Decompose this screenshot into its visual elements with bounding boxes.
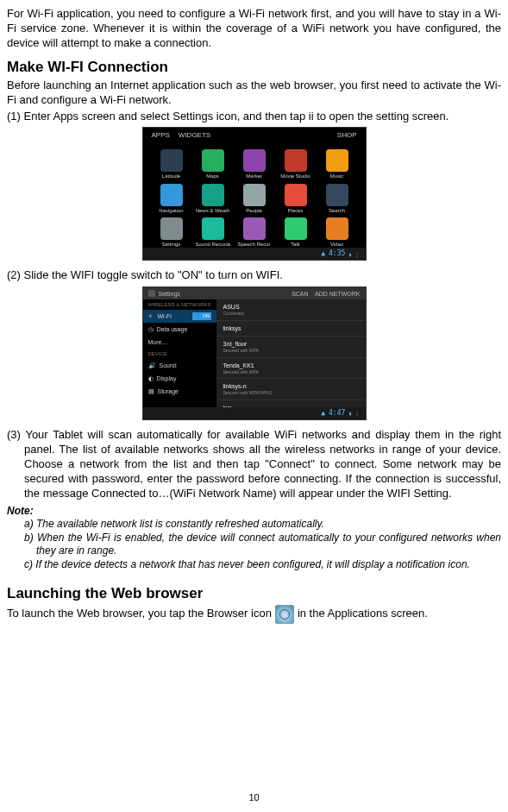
screenshot-1-wrap: APPS WIDGETS SHOP LatitudeMapsMarketMovi… bbox=[7, 127, 501, 265]
app-label: Market bbox=[237, 173, 272, 180]
note-b: b) When the Wi-Fi is enabled, the device… bbox=[24, 532, 501, 558]
network-name: 3rd_floor bbox=[223, 340, 359, 348]
app-icon bbox=[285, 149, 307, 172]
app-label: News & Weath bbox=[196, 208, 230, 215]
app-item: Settings bbox=[154, 217, 189, 249]
storage-label: Storage bbox=[158, 387, 179, 395]
app-item: Places bbox=[279, 184, 313, 215]
wireless-section-label: WIRELESS & NETWORKS bbox=[143, 299, 216, 310]
wifi-label: Wi-Fi bbox=[158, 312, 172, 320]
app-item: Latitude bbox=[154, 149, 189, 180]
scan-link: SCAN bbox=[292, 291, 308, 297]
intro-paragraph: For Wi-Fi application, you need to confi… bbox=[7, 7, 501, 51]
app-item: Music bbox=[320, 149, 354, 180]
network-item: linksys-nSecured with WPA/WPA2 bbox=[216, 379, 366, 400]
device-section-label: DEVICE bbox=[143, 349, 216, 359]
status-icons-2: ▮ ⋮ bbox=[348, 410, 360, 417]
network-name: Tenda_KK1 bbox=[223, 362, 359, 369]
network-sub: Secured with WPA bbox=[223, 369, 359, 375]
wifi-toggle: ON bbox=[192, 312, 211, 320]
network-item: Tenda_KK1Secured with WPA bbox=[216, 358, 366, 380]
wifi-signal-icon-2: ▲ bbox=[321, 409, 325, 418]
app-item: Search bbox=[320, 184, 354, 215]
network-name: ASUS bbox=[223, 303, 359, 311]
app-label: Music bbox=[320, 173, 354, 180]
time-2: 4:47 bbox=[329, 409, 345, 418]
sidebar-display: ◐ Display bbox=[143, 372, 216, 385]
sidebar-wifi: ᯤ Wi-Fi ON bbox=[143, 310, 216, 323]
app-label: Places bbox=[279, 208, 313, 215]
tab-apps: APPS bbox=[152, 131, 170, 140]
wifi-para: Before launching an Internet application… bbox=[7, 79, 501, 108]
display-icon: ◐ bbox=[148, 375, 154, 382]
time-1: 4:35 bbox=[329, 249, 345, 258]
step-3: (3) Your Tablet will scan automatically … bbox=[24, 428, 501, 500]
app-icon bbox=[243, 217, 266, 240]
network-sub: Secured with WPA/WPA2 bbox=[223, 390, 359, 396]
note-title: Note: bbox=[7, 505, 501, 519]
network-list: ASUSConnectedlinksys3rd_floorSecured wit… bbox=[216, 299, 366, 409]
network-name: linksys bbox=[223, 324, 359, 332]
page-number: 10 bbox=[0, 791, 508, 803]
app-label: Search bbox=[320, 208, 354, 215]
network-sub: Connected bbox=[223, 311, 359, 317]
sidebar-more: More… bbox=[143, 336, 216, 349]
network-sub: Secured with WPA bbox=[223, 348, 359, 354]
sidebar-data-usage: ◷ Data usage bbox=[143, 323, 216, 336]
app-item: Sound Recorder bbox=[196, 217, 230, 249]
network-item: ASUSConnected bbox=[216, 299, 366, 321]
app-item: Navigation bbox=[154, 184, 189, 215]
browser-text-after: in the Applications screen. bbox=[298, 607, 428, 621]
app-icon bbox=[202, 184, 224, 206]
app-item: Speech Recor bbox=[237, 217, 272, 249]
step-1: (1) Enter Apps screen and select Setting… bbox=[7, 110, 501, 124]
network-item: 3rd_floorSecured with WPA bbox=[216, 337, 366, 358]
tab-widgets: WIDGETS bbox=[179, 131, 210, 140]
settings-icon bbox=[148, 290, 155, 297]
browser-line: To launch the Web browser, you tap the B… bbox=[7, 605, 501, 624]
app-icon bbox=[243, 184, 266, 206]
note-a: a) The available network list is constan… bbox=[24, 518, 501, 532]
status-icons-1: ▮ ⋮ bbox=[348, 251, 360, 258]
display-label: Display bbox=[157, 375, 177, 382]
app-label: Movie Studio bbox=[279, 173, 313, 180]
screenshot-2-wrap: Settings SCAN ADD NETWORK WIRELESS & NET… bbox=[7, 286, 501, 425]
app-label: Maps bbox=[196, 173, 230, 180]
browser-heading: Launching the Web browser bbox=[7, 584, 501, 603]
app-label: Navigation bbox=[154, 208, 189, 215]
app-item: Maps bbox=[196, 149, 230, 180]
sound-icon: 🔊 bbox=[148, 362, 156, 369]
app-item: Market bbox=[237, 149, 272, 180]
network-name: linksys-n bbox=[223, 382, 359, 390]
network-item: linksys bbox=[216, 321, 366, 337]
app-icon bbox=[160, 184, 183, 206]
status-bar-1: ▲ 4:35 ▮ ⋮ bbox=[143, 248, 366, 260]
shop-link: SHOP bbox=[337, 131, 357, 140]
app-icon bbox=[326, 184, 348, 206]
wifi-icon: ᯤ bbox=[148, 312, 154, 320]
wifi-signal-icon: ▲ bbox=[321, 249, 325, 258]
note-c: c) If the device detects a network that … bbox=[24, 558, 501, 572]
app-icon bbox=[202, 149, 224, 172]
apps-screenshot: APPS WIDGETS SHOP LatitudeMapsMarketMovi… bbox=[142, 127, 367, 261]
sidebar-storage: ▤ Storage bbox=[143, 385, 216, 398]
app-item: People bbox=[237, 184, 272, 215]
app-label: Latitude bbox=[154, 173, 189, 180]
app-icon bbox=[160, 217, 183, 240]
app-item: Talk bbox=[279, 217, 313, 249]
status-bar-2: ▲ 4:47 ▮ ⋮ bbox=[143, 407, 366, 419]
app-icon bbox=[243, 149, 266, 172]
app-icon bbox=[202, 217, 224, 240]
app-item: Video bbox=[320, 217, 354, 249]
settings-screenshot: Settings SCAN ADD NETWORK WIRELESS & NET… bbox=[142, 286, 367, 420]
sidebar-sound: 🔊 Sound bbox=[143, 359, 216, 372]
data-icon: ◷ bbox=[148, 325, 154, 333]
app-icon bbox=[326, 217, 348, 240]
app-label: People bbox=[237, 208, 272, 215]
storage-icon: ▤ bbox=[148, 387, 154, 395]
app-icon bbox=[285, 217, 307, 240]
settings-title: Settings bbox=[159, 290, 180, 298]
browser-icon bbox=[275, 605, 294, 624]
app-item: News & Weath bbox=[196, 184, 230, 215]
app-icon bbox=[285, 184, 307, 206]
